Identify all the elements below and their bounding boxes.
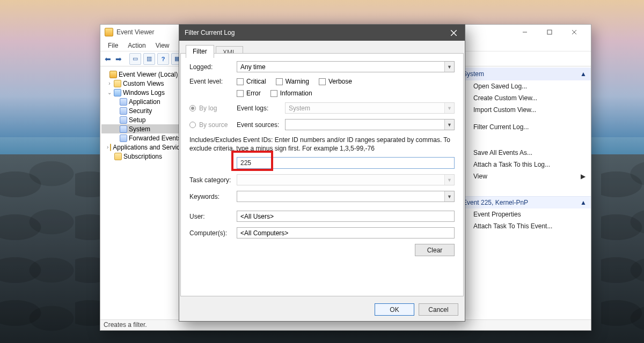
logged-value: Any time: [237, 63, 444, 71]
logged-dropdown[interactable]: Any time ▼: [237, 61, 455, 72]
radio-by-source: By source: [189, 121, 237, 129]
minimize-button[interactable]: [513, 25, 537, 40]
dialog-close-button[interactable]: [442, 25, 465, 41]
menu-view[interactable]: View: [151, 41, 174, 50]
tree-root[interactable]: Event Viewer (Local): [101, 70, 185, 79]
tree-label: Application: [129, 98, 160, 106]
maximize-button[interactable]: [537, 25, 562, 40]
dialog-title: Filter Current Log: [185, 29, 442, 36]
label-event-logs: Event logs:: [237, 105, 285, 112]
clear-button[interactable]: Clear: [415, 244, 455, 256]
label-task-category: Task category:: [189, 176, 237, 184]
tree-custom-views[interactable]: ›Custom Views: [101, 79, 185, 88]
actions-separator: [458, 143, 591, 147]
event-sources-dropdown[interactable]: ▼: [285, 119, 455, 130]
chevron-right-icon: ▶: [581, 173, 586, 180]
actions-header-event[interactable]: Event 225, Kernel-PnP ▲: [458, 196, 591, 208]
tree-apps-services[interactable]: ›Applications and Services Logs: [101, 143, 185, 152]
action-attach-task-event[interactable]: Attach Task To This Event...: [458, 220, 591, 232]
checkbox-label: Information: [280, 90, 312, 97]
tab-filter[interactable]: Filter: [186, 45, 214, 58]
menu-action[interactable]: Action: [123, 41, 150, 50]
action-view-submenu[interactable]: View▶: [458, 170, 591, 182]
radio-by-log: By log: [189, 105, 237, 112]
tree-label: Setup: [129, 116, 145, 124]
actions-header-label: System: [463, 70, 484, 78]
toolbar-button-1[interactable]: ▭: [129, 53, 141, 65]
action-create-custom-view[interactable]: Create Custom View...: [458, 92, 591, 104]
label-keywords: Keywords:: [189, 193, 237, 200]
tree-label: Applications and Services Logs: [113, 144, 186, 151]
checkbox-label: Warning: [286, 78, 309, 85]
checkbox-critical[interactable]: Critical: [237, 78, 266, 85]
filter-tab-pane: Logged: Any time ▼ Event level: Critical…: [180, 53, 464, 296]
actions-separator: [458, 116, 591, 121]
tree-subscriptions[interactable]: Subscriptions: [101, 152, 185, 161]
dialog-titlebar: Filter Current Log: [179, 25, 465, 41]
actions-separator: [458, 182, 591, 196]
keywords-dropdown[interactable]: ▼: [237, 191, 455, 202]
cancel-button[interactable]: Cancel: [419, 303, 458, 316]
computers-input[interactable]: [237, 227, 455, 238]
tree-label: Security: [129, 107, 152, 115]
action-event-properties[interactable]: Event Properties: [458, 208, 591, 220]
tree-label: Windows Logs: [123, 89, 165, 96]
collapse-icon: ▲: [580, 199, 587, 206]
tree-windows-logs[interactable]: ⌄Windows Logs: [101, 88, 185, 97]
tree-label: Custom Views: [123, 80, 164, 87]
user-input[interactable]: [237, 211, 455, 222]
event-logs-dropdown: System ▼: [285, 102, 455, 114]
tree-label: Forwarded Events: [129, 135, 181, 142]
tree-log-forwarded[interactable]: Forwarded Events: [101, 133, 185, 143]
navigation-tree[interactable]: Event Viewer (Local) ›Custom Views ⌄Wind…: [100, 68, 186, 319]
checkbox-label: Error: [246, 90, 261, 97]
label-computers: Computer(s):: [189, 229, 237, 237]
actions-event-label: Event 225, Kernel-PnP: [463, 199, 528, 206]
checkbox-information[interactable]: Information: [270, 90, 312, 97]
chevron-down-icon: ▼: [444, 191, 454, 202]
checkbox-label: Critical: [246, 78, 266, 85]
nav-back-button[interactable]: ⬅: [104, 55, 112, 63]
tree-root-label: Event Viewer (Local): [119, 71, 178, 78]
window-close-button[interactable]: [562, 25, 587, 40]
action-attach-task-log[interactable]: Attach a Task To this Log...: [458, 159, 591, 170]
radio-label: By log: [199, 105, 217, 112]
actions-separator: [458, 133, 591, 138]
chevron-down-icon: ▼: [444, 120, 454, 130]
checkbox-verbose[interactable]: Verbose: [319, 78, 352, 85]
label-event-sources: Event sources:: [237, 121, 285, 129]
tree-log-application[interactable]: Application: [101, 97, 185, 106]
task-category-dropdown: ▼: [237, 174, 455, 185]
chevron-down-icon: ▼: [444, 62, 454, 72]
action-import-custom-view[interactable]: Import Custom View...: [458, 104, 591, 116]
label-event-level: Event level:: [189, 78, 237, 85]
checkbox-warning[interactable]: Warning: [276, 78, 309, 85]
include-exclude-description: Includes/Excludes Event IDs: Enter ID nu…: [189, 136, 455, 153]
action-save-all-events[interactable]: Save All Events As...: [458, 147, 591, 159]
tree-log-system[interactable]: System: [101, 124, 185, 133]
label-user: User:: [189, 213, 237, 220]
toolbar-help-button[interactable]: ?: [157, 53, 169, 65]
menu-file[interactable]: File: [104, 41, 122, 50]
chevron-down-icon: ▼: [444, 103, 454, 113]
label-logged: Logged:: [189, 63, 237, 71]
checkbox-label: Verbose: [328, 78, 352, 85]
chevron-down-icon: ▼: [444, 175, 454, 185]
toolbar-button-2[interactable]: ▥: [143, 53, 155, 65]
event-id-input[interactable]: [237, 157, 455, 169]
nav-forward-button[interactable]: ➡: [114, 55, 123, 63]
svg-rect-1: [547, 30, 552, 34]
tree-label: Subscriptions: [123, 153, 162, 160]
ok-button[interactable]: OK: [375, 303, 414, 316]
filter-dialog: Filter Current Log Filter XML Logged: An…: [179, 24, 465, 322]
action-open-saved-log[interactable]: Open Saved Log...: [458, 80, 591, 92]
action-filter-current-log[interactable]: Filter Current Log...: [458, 121, 591, 133]
tree-log-security[interactable]: Security: [101, 106, 185, 115]
tree-log-setup[interactable]: Setup: [101, 115, 185, 124]
checkbox-error[interactable]: Error: [237, 90, 261, 97]
action-label: View: [473, 173, 487, 180]
actions-panel: System ▲ Open Saved Log... Create Custom…: [458, 68, 591, 319]
event-viewer-icon: [105, 28, 113, 36]
collapse-icon: ▲: [580, 70, 587, 78]
actions-header-system[interactable]: System ▲: [458, 68, 591, 80]
